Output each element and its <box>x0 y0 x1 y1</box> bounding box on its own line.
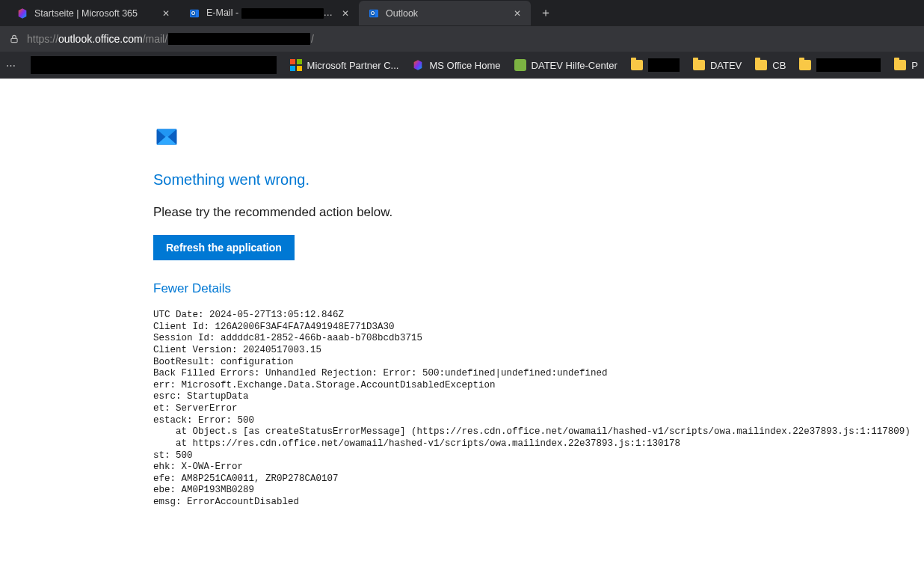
bookmark-folder-p[interactable]: P <box>894 60 918 71</box>
bookmark-folder[interactable] <box>631 58 680 72</box>
mail-logo-icon <box>153 123 180 150</box>
tab-title: Startseite | Microsoft 365 <box>34 8 154 19</box>
tab-startseite[interactable]: Startseite | Microsoft 365 ✕ <box>7 1 179 25</box>
tab-strip: Startseite | Microsoft 365 ✕ O E-Mail - … <box>0 0 924 26</box>
tab-email[interactable]: O E-Mail - Ou ✕ <box>179 1 359 25</box>
folder-icon <box>693 60 705 70</box>
ms365-icon <box>412 59 424 71</box>
msgrid-icon <box>290 59 302 71</box>
ms365-icon <box>16 7 28 19</box>
bookmark-ms-partner[interactable]: Microsoft Partner C... <box>290 59 399 71</box>
error-title: Something went wrong. <box>153 171 924 188</box>
svg-rect-6 <box>11 38 17 42</box>
svg-rect-11 <box>514 59 526 71</box>
new-tab-button[interactable]: ＋ <box>535 3 556 24</box>
close-icon[interactable]: ✕ <box>339 7 351 19</box>
page-content: Something went wrong. Please try the rec… <box>0 79 924 509</box>
close-icon[interactable]: ✕ <box>511 7 523 19</box>
svg-rect-10 <box>297 66 302 71</box>
address-bar: https://outlook.office.com/mail// <box>0 26 924 52</box>
bookmark-datev-hilfe[interactable]: DATEV Hilfe-Center <box>514 59 617 71</box>
bookmark-ms-office-home[interactable]: MS Office Home <box>412 59 500 71</box>
redacted-text <box>816 58 881 72</box>
datev-icon <box>514 59 526 71</box>
folder-icon <box>894 60 906 70</box>
bookmark-overflow[interactable]: ⋯ <box>6 60 16 71</box>
error-details: UTC Date: 2024-05-27T13:05:12.846Z Clien… <box>153 310 924 509</box>
svg-rect-9 <box>290 66 295 71</box>
details-toggle[interactable]: Fewer Details <box>153 281 231 296</box>
browser-chrome: Startseite | Microsoft 365 ✕ O E-Mail - … <box>0 0 924 79</box>
redacted-text <box>241 8 324 19</box>
redacted-text <box>648 58 680 72</box>
error-subtitle: Please try the recommended action below. <box>153 205 924 220</box>
svg-rect-7 <box>290 59 295 64</box>
tab-outlook[interactable]: O Outlook ✕ <box>359 1 531 25</box>
redacted-bookmark <box>31 56 277 74</box>
refresh-button[interactable]: Refresh the application <box>153 235 295 260</box>
bookmark-folder[interactable] <box>799 58 881 72</box>
tab-title: E-Mail - Ou <box>206 7 333 19</box>
svg-text:O: O <box>191 10 195 16</box>
bookmark-folder-cb[interactable]: CB <box>755 60 786 71</box>
svg-text:O: O <box>371 10 375 16</box>
outlook-icon: O <box>188 7 200 19</box>
close-icon[interactable]: ✕ <box>160 7 172 19</box>
tab-title: Outlook <box>386 8 505 19</box>
redacted-text <box>168 33 310 45</box>
lock-icon <box>7 32 21 46</box>
bookmarks-bar: ⋯ Microsoft Partner C... MS Office Home … <box>0 52 924 79</box>
url-field[interactable]: https://outlook.office.com/mail// <box>27 33 314 45</box>
bookmark-folder-datev[interactable]: DATEV <box>693 60 742 71</box>
folder-icon <box>755 60 767 70</box>
folder-icon <box>631 60 643 70</box>
svg-rect-8 <box>297 59 302 64</box>
outlook-icon: O <box>368 7 380 19</box>
folder-icon <box>799 60 811 70</box>
